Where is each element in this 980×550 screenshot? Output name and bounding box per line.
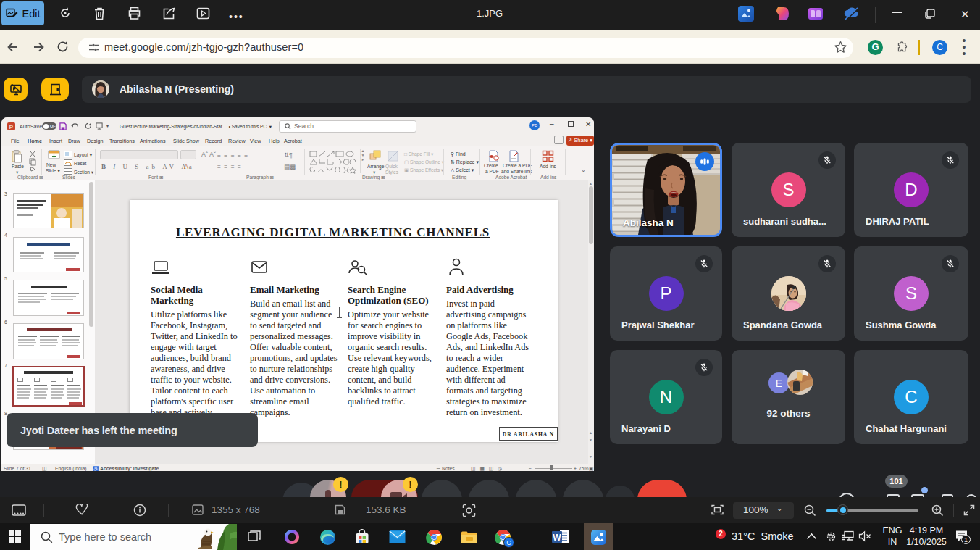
svg-text:C: C [506, 539, 511, 546]
svg-text:W: W [553, 533, 561, 543]
svg-text:P: P [9, 124, 13, 130]
